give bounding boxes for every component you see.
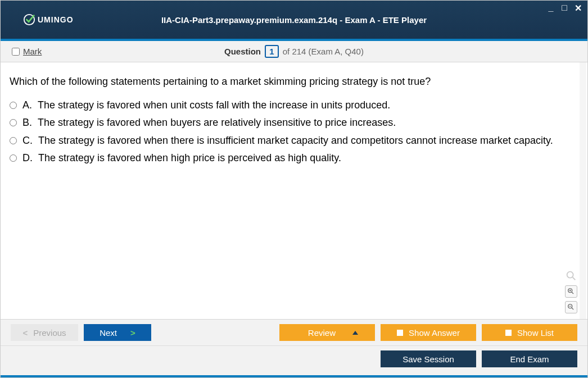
- answer-option[interactable]: C. The strategy is favored when there is…: [10, 134, 578, 148]
- next-label: Next: [99, 328, 117, 338]
- show-list-button[interactable]: Show List: [482, 324, 577, 341]
- bottom-accent-bar: [1, 375, 587, 377]
- answer-letter: D.: [22, 151, 33, 165]
- review-label: Review: [308, 328, 336, 338]
- search-icon[interactable]: [565, 270, 577, 282]
- app-logo: UMINGO: [23, 13, 74, 26]
- logo-text: UMINGO: [38, 15, 74, 24]
- svg-line-2: [573, 277, 576, 280]
- maximize-button[interactable]: □: [559, 3, 569, 13]
- answer-option[interactable]: B. The strategy is favored when buyers a…: [10, 116, 578, 130]
- show-list-label: Show List: [517, 328, 554, 338]
- answer-radio[interactable]: [10, 137, 17, 144]
- question-position: Question 1 of 214 (Exam A, Q40): [1, 45, 587, 58]
- previous-button[interactable]: < Previous: [11, 324, 78, 341]
- answer-option[interactable]: D. The strategy is favored when high pri…: [10, 151, 578, 165]
- checkmark-logo-icon: [23, 13, 35, 26]
- zoom-out-icon: [567, 303, 575, 311]
- review-button[interactable]: Review: [279, 324, 375, 341]
- close-button[interactable]: ✕: [573, 3, 583, 13]
- scrollbar[interactable]: [580, 62, 586, 319]
- zoom-in-button[interactable]: [565, 285, 577, 298]
- footer-row-1: < Previous Next > Review Show Answer Sho…: [1, 320, 587, 346]
- answer-text: The strategy is favored when high price …: [38, 151, 341, 165]
- svg-line-4: [572, 292, 573, 294]
- show-answer-label: Show Answer: [409, 328, 460, 338]
- chevron-right-icon: >: [130, 328, 135, 338]
- triangle-up-icon: [352, 331, 358, 335]
- answer-letter: A.: [22, 98, 32, 112]
- answer-radio[interactable]: [10, 119, 17, 126]
- answer-radio[interactable]: [10, 154, 17, 162]
- question-number: 1: [265, 45, 278, 58]
- question-content: Which of the following statements pertai…: [1, 62, 587, 319]
- show-answer-button[interactable]: Show Answer: [381, 324, 476, 341]
- window-title: IIA-CIA-Part3.prepaway.premium.exam.214q…: [1, 15, 587, 25]
- question-header: Mark Question 1 of 214 (Exam A, Q40): [1, 41, 587, 62]
- end-exam-label: End Exam: [510, 354, 549, 364]
- footer-row-2: Save Session End Exam: [1, 346, 587, 375]
- stop-icon: [397, 330, 403, 336]
- svg-point-1: [567, 272, 573, 278]
- answer-text: The strategy is favored when there is in…: [38, 134, 553, 148]
- zoom-in-icon: [567, 288, 575, 295]
- zoom-out-button[interactable]: [565, 301, 577, 313]
- question-word: Question: [224, 47, 261, 56]
- answer-text: The strategy is favored when buyers are …: [38, 116, 396, 130]
- window-controls: _ □ ✕: [546, 3, 583, 13]
- minimize-button[interactable]: _: [546, 3, 556, 13]
- title-bar: UMINGO IIA-CIA-Part3.prepaway.premium.ex…: [1, 1, 587, 41]
- save-session-button[interactable]: Save Session: [381, 350, 476, 367]
- svg-line-8: [572, 308, 573, 309]
- question-of-text: of 214 (Exam A, Q40): [283, 47, 364, 56]
- next-button[interactable]: Next >: [84, 324, 151, 341]
- answers-list: A. The strategy is favored when unit cos…: [10, 98, 578, 165]
- stop-icon: [505, 330, 512, 336]
- previous-label: Previous: [33, 328, 66, 338]
- answer-letter: B.: [22, 116, 32, 130]
- chevron-left-icon: <: [22, 328, 28, 338]
- answer-letter: C.: [22, 134, 33, 148]
- footer: < Previous Next > Review Show Answer Sho…: [1, 319, 587, 375]
- answer-option[interactable]: A. The strategy is favored when unit cos…: [10, 98, 578, 112]
- answer-text: The strategy is favored when unit costs …: [38, 98, 390, 112]
- answer-radio[interactable]: [10, 102, 17, 109]
- save-session-label: Save Session: [402, 354, 454, 364]
- question-text: Which of the following statements pertai…: [10, 75, 578, 88]
- end-exam-button[interactable]: End Exam: [482, 350, 577, 367]
- zoom-tools: [565, 270, 577, 313]
